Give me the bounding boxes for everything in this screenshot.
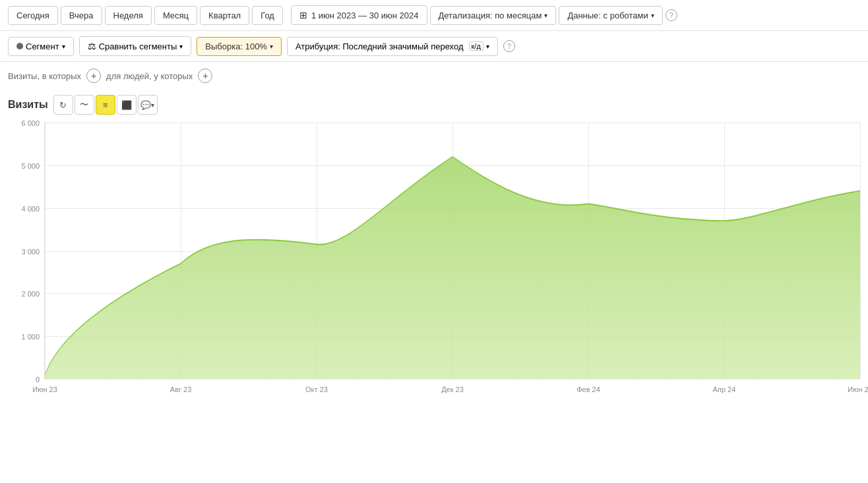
x-label-jun24: Июн 24	[848, 385, 868, 393]
bar-chart-button[interactable]: ⬛	[117, 95, 137, 115]
area-chart-icon: ≡	[103, 100, 108, 110]
today-button[interactable]: Сегодня	[8, 6, 58, 25]
area-chart-button[interactable]: ≡	[96, 95, 115, 115]
area-chart-svg	[45, 123, 860, 379]
chart-inner: 6 000 5 000 4 000 3 000 2 000 1 000 0	[44, 123, 860, 380]
bar-chart-icon: ⬛	[121, 100, 132, 110]
chart-section: Визиты ↻ 〜 ≡ ⬛ 💬 ▾	[0, 90, 868, 399]
compare-button[interactable]: ⚖ Сравнить сегменты ▾	[79, 36, 192, 56]
detail-button[interactable]: Детализация: по месяцам ▾	[430, 6, 557, 25]
y-label-0: 0	[36, 376, 40, 384]
x-label-dec23: Дек 23	[441, 385, 464, 393]
attribution-label: Атрибуция: Последний значимый переход	[295, 42, 464, 51]
chart-title-row: Визиты ↻ 〜 ≡ ⬛ 💬 ▾	[8, 95, 860, 115]
detail-label: Детализация: по месяцам	[439, 11, 542, 20]
chevron-down-icon: ▾	[151, 101, 154, 109]
attribution-short-label: к/д	[469, 42, 483, 51]
segment-label: Сегмент	[26, 42, 59, 51]
sample-button[interactable]: Выборка: 100% ▾	[197, 37, 282, 56]
chevron-down-icon: ▾	[179, 43, 183, 50]
segment-dot-icon	[16, 43, 23, 49]
x-label-jun23: Июн 23	[32, 385, 57, 393]
compare-icon: ⚖	[88, 41, 96, 51]
chevron-down-icon: ▾	[62, 43, 65, 50]
top-bar: Сегодня Вчера Неделя Месяц Квартал Год ⊞…	[0, 0, 868, 31]
add-visit-condition-button[interactable]: +	[86, 69, 101, 83]
date-range-label: 1 июн 2023 — 30 июн 2024	[311, 11, 419, 20]
chart-container: 6 000 5 000 4 000 3 000 2 000 1 000 0	[8, 123, 860, 399]
compare-label: Сравнить сегменты	[99, 42, 177, 51]
grid-line-0: 0	[45, 379, 860, 380]
help-icon-topbar[interactable]: ?	[666, 9, 677, 21]
year-button[interactable]: Год	[252, 6, 283, 25]
chevron-down-icon: ▾	[270, 43, 273, 50]
date-range-button[interactable]: ⊞ 1 июн 2023 — 30 июн 2024	[291, 5, 427, 25]
comment-chart-button[interactable]: 💬 ▾	[138, 95, 158, 115]
week-button[interactable]: Неделя	[105, 6, 152, 25]
y-label-6000: 6 000	[21, 119, 40, 127]
y-label-5000: 5 000	[21, 162, 40, 170]
yesterday-button[interactable]: Вчера	[61, 6, 102, 25]
x-label-oct23: Окт 23	[305, 385, 328, 393]
chevron-down-icon: ▾	[544, 12, 547, 19]
x-label-feb24: Фев 24	[576, 385, 600, 393]
filter-bar: Сегмент ▾ ⚖ Сравнить сегменты ▾ Выборка:…	[0, 31, 868, 62]
smooth-icon: 〜	[80, 99, 88, 111]
people-condition-label: для людей, у которых	[106, 71, 193, 81]
data-button[interactable]: Данные: с роботами ▾	[559, 6, 662, 25]
smooth-chart-button[interactable]: 〜	[75, 95, 94, 115]
grid-calendar-icon: ⊞	[299, 10, 307, 20]
y-label-3000: 3 000	[21, 248, 40, 256]
comment-icon: 💬	[140, 100, 151, 110]
help-icon-attribution[interactable]: ?	[503, 40, 515, 52]
y-label-1000: 1 000	[21, 333, 40, 341]
condition-bar: Визиты, в которых + для людей, у которых…	[0, 62, 868, 90]
x-label-apr24: Апр 24	[713, 385, 736, 393]
refresh-icon: ↻	[59, 100, 67, 110]
add-people-condition-button[interactable]: +	[198, 69, 212, 83]
chart-title: Визиты	[8, 99, 48, 111]
attribution-button[interactable]: Атрибуция: Последний значимый переход к/…	[287, 37, 498, 56]
data-label: Данные: с роботами	[567, 11, 648, 20]
chevron-down-icon: ▾	[486, 43, 489, 50]
refresh-chart-button[interactable]: ↻	[53, 95, 73, 115]
month-button[interactable]: Месяц	[154, 6, 197, 25]
y-label-2000: 2 000	[21, 290, 40, 298]
x-label-aug23: Авг 23	[170, 385, 191, 393]
sample-label: Выборка: 100%	[205, 42, 267, 51]
visits-condition-label: Визиты, в которых	[8, 71, 81, 81]
segment-button[interactable]: Сегмент ▾	[8, 37, 74, 56]
y-label-4000: 4 000	[21, 205, 40, 213]
chevron-down-icon: ▾	[651, 12, 654, 19]
vgrid-6	[860, 123, 861, 379]
chart-tools: ↻ 〜 ≡ ⬛ 💬 ▾	[53, 95, 158, 115]
quarter-button[interactable]: Квартал	[200, 6, 249, 25]
